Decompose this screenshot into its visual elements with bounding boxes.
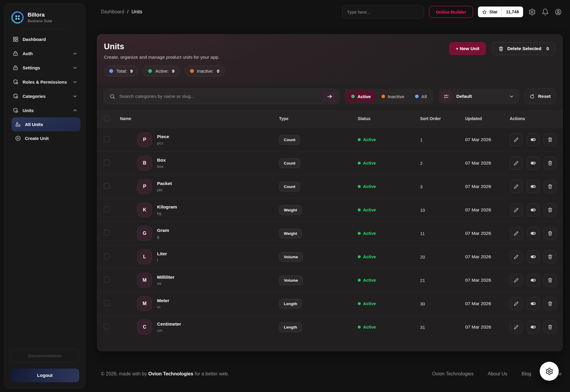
edit-button[interactable]: [510, 297, 523, 310]
delete-selected-count: 0: [546, 46, 549, 51]
row-checkbox[interactable]: [104, 206, 110, 212]
delete-button[interactable]: [544, 133, 557, 146]
toggle-status-button[interactable]: [527, 133, 540, 146]
status-badge: Active: [358, 325, 420, 329]
breadcrumb-dashboard[interactable]: Dashboard: [101, 9, 124, 15]
status-text: Active: [363, 325, 376, 329]
toggle-status-button[interactable]: [527, 321, 540, 334]
edit-button[interactable]: [510, 157, 523, 170]
footer-link-blog[interactable]: Blog: [522, 371, 531, 377]
delete-button[interactable]: [544, 227, 557, 240]
online-builder-button[interactable]: Online Builder: [429, 6, 473, 18]
search-submit-button[interactable]: [323, 91, 337, 102]
delete-button[interactable]: [544, 274, 557, 287]
toggle-status-button[interactable]: [527, 227, 540, 240]
toggle-status-button[interactable]: [527, 274, 540, 287]
units-table: NameTypeStatusSort OrderUpdatedActions P…: [97, 109, 563, 339]
select-all-checkbox[interactable]: [104, 115, 110, 121]
topbar-search-input[interactable]: [342, 5, 424, 18]
delete-button[interactable]: [544, 297, 557, 310]
delete-button[interactable]: [544, 321, 557, 334]
sidebar-item-all-units[interactable]: All Units: [12, 117, 80, 131]
footer-link-about-us[interactable]: About Us: [488, 371, 507, 377]
new-unit-button[interactable]: + New Unit: [449, 42, 486, 55]
sort-order-value: 30: [420, 301, 465, 306]
filter-segment-inactive[interactable]: Inactive: [377, 90, 409, 102]
sidebar-item-create-unit[interactable]: Create Unit: [12, 131, 80, 145]
row-checkbox[interactable]: [104, 160, 110, 165]
reset-button[interactable]: Reset: [524, 89, 556, 104]
delete-selected-button[interactable]: Delete Selected 0: [492, 42, 555, 55]
filter-segment-active[interactable]: Active: [346, 90, 376, 102]
github-star-widget[interactable]: Star 11,748: [478, 7, 523, 17]
status-dot: [358, 255, 361, 258]
edit-button[interactable]: [510, 227, 523, 240]
edit-button[interactable]: [510, 203, 523, 216]
table-row-meter: MMetermLengthActive3007 Mar 2026: [97, 292, 563, 315]
notifications-bell-icon[interactable]: [541, 8, 549, 16]
updated-date: 07 Mar 2026: [465, 324, 510, 330]
row-actions: [510, 297, 557, 310]
row-checkbox[interactable]: [104, 253, 110, 259]
type-badge: Length: [279, 322, 302, 332]
stat-label: Inactive:: [197, 68, 214, 74]
toggle-status-button[interactable]: [527, 250, 540, 263]
row-checkbox[interactable]: [104, 230, 110, 236]
unit-avatar: C: [137, 320, 152, 334]
stat-value: 9: [130, 68, 133, 74]
edit-button[interactable]: [510, 180, 523, 193]
row-checkbox[interactable]: [104, 300, 110, 306]
toggle-status-button[interactable]: [527, 297, 540, 310]
footer-link-ovion-technologies[interactable]: Ovion Technologies: [432, 371, 474, 377]
status-text: Active: [363, 137, 376, 142]
updated-date: 07 Mar 2026: [465, 254, 510, 259]
toggle-status-button[interactable]: [527, 180, 540, 193]
sidebar-item-settings[interactable]: Settings: [9, 60, 80, 75]
unit-name: Liter: [157, 251, 167, 256]
chevron-down-icon: [509, 94, 514, 99]
footer: © 2026, made with by Ovion Technologies …: [101, 371, 562, 377]
trash-icon: [547, 301, 553, 307]
edit-button[interactable]: [510, 274, 523, 287]
sidebar-item-auth[interactable]: Auth: [9, 46, 80, 60]
row-checkbox[interactable]: [104, 136, 110, 142]
documentation-button[interactable]: Documentation: [10, 349, 79, 363]
row-checkbox[interactable]: [104, 183, 110, 189]
row-checkbox[interactable]: [104, 277, 110, 283]
delete-button[interactable]: [544, 180, 557, 193]
sidebar-item-label: Roles & Permissions: [23, 79, 67, 85]
logout-button[interactable]: Logout: [10, 369, 79, 382]
user-profile-icon[interactable]: [554, 8, 562, 16]
sidebar-item-categories[interactable]: Categories: [9, 89, 80, 103]
sidebar: Billora Business Suite DashboardAuthSett…: [4, 4, 86, 388]
unit-avatar: K: [137, 203, 152, 217]
sidebar-item-dashboard[interactable]: Dashboard: [9, 32, 80, 46]
row-checkbox[interactable]: [104, 324, 110, 329]
sort-order-value: 2: [420, 161, 465, 166]
trash-icon: [547, 160, 553, 166]
sidebar-item-units[interactable]: Units: [9, 103, 80, 117]
star-button[interactable]: Star: [478, 7, 501, 17]
edit-button[interactable]: [510, 321, 523, 334]
toggle-status-button[interactable]: [527, 203, 540, 216]
sidebar-item-roles-permissions[interactable]: Roles & Permissions: [9, 75, 80, 89]
table-search-input[interactable]: [119, 94, 319, 99]
floating-settings-button[interactable]: [540, 362, 559, 381]
toggle-icon: [530, 324, 536, 330]
delete-button[interactable]: [544, 203, 557, 216]
status-dot: [358, 279, 361, 282]
settings-gear-icon[interactable]: [528, 8, 536, 16]
delete-button[interactable]: [544, 157, 557, 170]
column-header-updated: Updated: [465, 116, 510, 121]
unit-name: Centimeter: [157, 321, 181, 327]
delete-button[interactable]: [544, 250, 557, 263]
filter-segment-all[interactable]: All: [410, 90, 432, 102]
edit-button[interactable]: [510, 133, 523, 146]
sort-select[interactable]: Default: [438, 89, 519, 104]
unit-avatar: M: [137, 273, 152, 288]
type-badge: Volume: [279, 252, 303, 262]
edit-button[interactable]: [510, 250, 523, 263]
stat-dot: [148, 69, 152, 73]
column-header-sort-order: Sort Order: [420, 116, 465, 121]
toggle-status-button[interactable]: [527, 157, 540, 170]
